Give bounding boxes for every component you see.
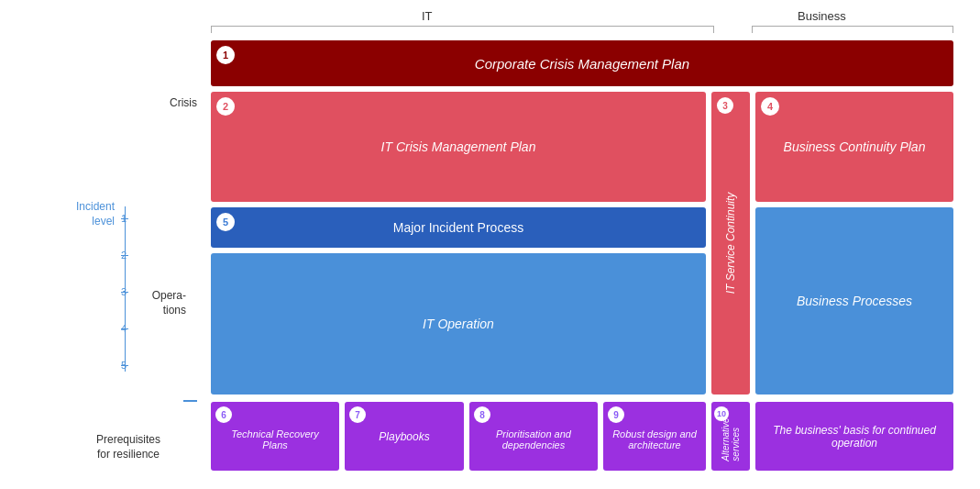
cell-4-label: Business Continuity Plan — [755, 139, 953, 154]
diagram: IT Business Crisis Incidentlevel Opera-t… — [0, 0, 980, 489]
badge-4: 4 — [761, 97, 779, 116]
cell-1-label: Corporate Crisis Management Plan — [211, 56, 953, 72]
badge-9: 9 — [608, 406, 624, 423]
cell-biz-basis-label: The business' basis for continued operat… — [755, 424, 953, 450]
cell-10-alternative-services: 10 Alternative services — [711, 402, 750, 471]
cell-7-playbooks: 7 Playbooks — [345, 402, 464, 471]
it-bracket-left — [211, 26, 212, 33]
cell-5-label: Major Incident Process — [211, 220, 706, 235]
cell-it-operation: IT Operation — [211, 253, 706, 395]
biz-bracket-left — [752, 26, 753, 33]
crisis-axis-label: Crisis — [147, 96, 197, 111]
cell-6-technical-recovery: 6 Technical Recovery Plans — [211, 402, 339, 471]
cell-2-label: IT Crisis Management Plan — [211, 139, 706, 154]
cell-3-it-service-continuity: 3 IT Service Continuity — [711, 92, 750, 395]
badge-3: 3 — [717, 97, 733, 114]
cell-it-op-label: IT Operation — [211, 317, 706, 331]
biz-bracket-line — [752, 26, 953, 27]
cell-6-label: Technical Recovery Plans — [211, 428, 339, 450]
operations-axis-label: Opera-tions — [136, 289, 186, 317]
incident-vertical-line — [125, 206, 126, 372]
cell-10-label: Alternative services — [721, 418, 741, 461]
cell-9-label: Robust design and architecture — [603, 428, 706, 450]
it-bracket-right — [713, 26, 714, 33]
prereq-line — [183, 400, 197, 402]
badge-6: 6 — [215, 406, 232, 423]
biz-bracket-right — [952, 26, 953, 33]
cell-9-robust-design: 9 Robust design and architecture — [603, 402, 706, 471]
badge-2: 2 — [216, 97, 235, 116]
cell-3-label: IT Service Continuity — [724, 193, 737, 295]
cell-2-it-crisis: 2 IT Crisis Management Plan — [211, 92, 706, 202]
cell-business-processes: Business Processes — [755, 207, 953, 395]
cell-biz-basis: The business' basis for continued operat… — [755, 402, 953, 471]
badge-8: 8 — [474, 406, 490, 423]
business-header: Business — [798, 9, 846, 23]
cell-4-bcp: 4 Business Continuity Plan — [755, 92, 953, 202]
it-bracket-line — [211, 26, 713, 27]
cell-8-prioritisation: 8 Prioritisation and dependencies — [469, 402, 598, 471]
cell-5-major-incident: 5 Major Incident Process — [211, 207, 706, 248]
cell-1-corporate-crisis: 1 Corporate Crisis Management Plan — [211, 40, 953, 86]
cell-biz-proc-label: Business Processes — [755, 294, 953, 308]
incident-axis-label: Incidentlevel — [55, 200, 115, 228]
cell-7-label: Playbooks — [345, 430, 464, 443]
badge-7: 7 — [349, 406, 366, 423]
prerequisites-axis-label: Prerequisitesfor resilience — [83, 433, 174, 461]
cell-8-label: Prioritisation and dependencies — [469, 428, 598, 450]
it-header: IT — [422, 9, 433, 23]
